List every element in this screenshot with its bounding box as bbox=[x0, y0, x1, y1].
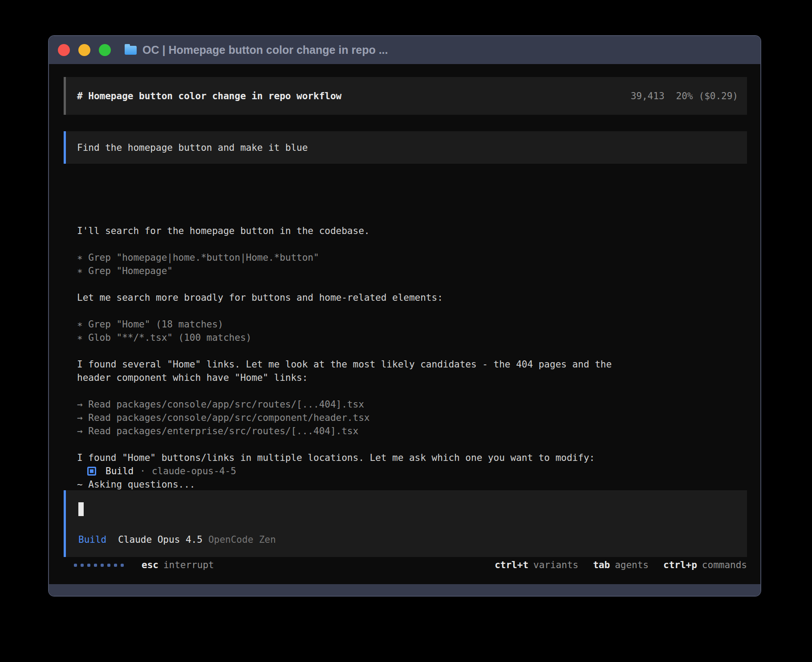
transcript-line bbox=[77, 304, 743, 318]
hint-agents: tabagents bbox=[593, 558, 649, 572]
context-percent: 20% bbox=[676, 91, 693, 101]
transcript-line: ∗ Grep "Home" (18 matches) bbox=[77, 318, 743, 331]
text-cursor bbox=[78, 502, 84, 516]
transcript-line: header component which have "Home" links… bbox=[77, 371, 743, 384]
input-agent-label[interactable]: Build bbox=[78, 533, 106, 546]
build-agent-icon bbox=[87, 467, 96, 476]
transcript-line: → Read packages/console/app/src/componen… bbox=[77, 411, 743, 424]
transcript-line bbox=[77, 344, 743, 358]
input-provider-label: OpenCode Zen bbox=[208, 533, 276, 546]
prompt-input[interactable]: Build Claude Opus 4.5 OpenCode Zen bbox=[64, 490, 747, 557]
input-meta: Build Claude Opus 4.5 OpenCode Zen bbox=[78, 533, 738, 546]
token-count: 39,413 bbox=[631, 91, 665, 101]
transcript-line: ∗ Glob "**/*.tsx" (100 matches) bbox=[77, 331, 743, 344]
ctrl-t-key-hint: ctrl+t bbox=[495, 560, 528, 570]
maximize-button[interactable] bbox=[99, 44, 111, 56]
transcript-line bbox=[77, 238, 743, 251]
status-bar-left: esc interrupt bbox=[64, 558, 214, 572]
user-message-text: Find the homepage button and make it blu… bbox=[77, 141, 308, 154]
terminal-window: OC | Homepage button color change in rep… bbox=[48, 35, 761, 597]
titlebar[interactable]: OC | Homepage button color change in rep… bbox=[49, 36, 760, 64]
input-model-label: Claude Opus 4.5 bbox=[118, 533, 203, 546]
transcript-line: ~ Asking questions... bbox=[77, 478, 743, 491]
agent-name: Build bbox=[106, 464, 134, 478]
window-title: OC | Homepage button color change in rep… bbox=[142, 44, 388, 57]
session-cost: ($0.29) bbox=[698, 91, 738, 101]
transcript: I'll search for the homepage button in t… bbox=[77, 184, 743, 491]
window-bottom-edge bbox=[49, 584, 760, 596]
agents-label: agents bbox=[615, 560, 649, 570]
transcript-line: I found "Home" buttons/links in multiple… bbox=[77, 451, 743, 464]
status-bar: esc interrupt ctrl+tvariants tabagents c… bbox=[64, 558, 747, 572]
transcript-line: ∗ Grep "Homepage" bbox=[77, 264, 743, 278]
transcript-line: I'll search for the homepage button in t… bbox=[77, 224, 743, 238]
traffic-lights bbox=[58, 44, 111, 56]
transcript-line: → Read packages/enterprise/src/routes/[.… bbox=[77, 424, 743, 438]
spinner-dots bbox=[74, 564, 124, 567]
session-header: # Homepage button color change in repo w… bbox=[64, 77, 747, 115]
variants-label: variants bbox=[533, 560, 578, 570]
session-stats: 39,41320%($0.29) bbox=[631, 89, 738, 103]
user-message: Find the homepage button and make it blu… bbox=[64, 131, 747, 164]
transcript-line: ∗ Grep "homepage|home.*button|Home.*butt… bbox=[77, 251, 743, 264]
transcript-line bbox=[77, 278, 743, 291]
session-title: # Homepage button color change in repo w… bbox=[77, 89, 341, 103]
transcript-line: → Read packages/console/app/src/routes/[… bbox=[77, 398, 743, 411]
transcript-line: I found several "Home" links. Let me loo… bbox=[77, 358, 743, 371]
transcript-line bbox=[77, 384, 743, 398]
commands-label: commands bbox=[702, 560, 747, 570]
transcript-line: Let me search more broadly for buttons a… bbox=[77, 291, 743, 304]
terminal-content: # Homepage button color change in repo w… bbox=[49, 64, 760, 584]
agent-status-line: Build · claude-opus-4-5 bbox=[87, 464, 236, 478]
separator-dot: · bbox=[140, 464, 146, 478]
minimize-button[interactable] bbox=[78, 44, 90, 56]
status-bar-right: ctrl+tvariants tabagents ctrl+pcommands bbox=[495, 558, 747, 572]
esc-action-label: interrupt bbox=[163, 558, 214, 572]
hint-commands: ctrl+pcommands bbox=[663, 558, 747, 572]
transcript-line bbox=[77, 438, 743, 451]
esc-key-hint: esc bbox=[142, 558, 158, 572]
tab-key-hint: tab bbox=[593, 560, 610, 570]
ctrl-p-key-hint: ctrl+p bbox=[663, 560, 697, 570]
folder-icon bbox=[125, 46, 137, 55]
hint-variants: ctrl+tvariants bbox=[495, 558, 578, 572]
agent-model: claude-opus-4-5 bbox=[152, 464, 236, 478]
close-button[interactable] bbox=[58, 44, 70, 56]
